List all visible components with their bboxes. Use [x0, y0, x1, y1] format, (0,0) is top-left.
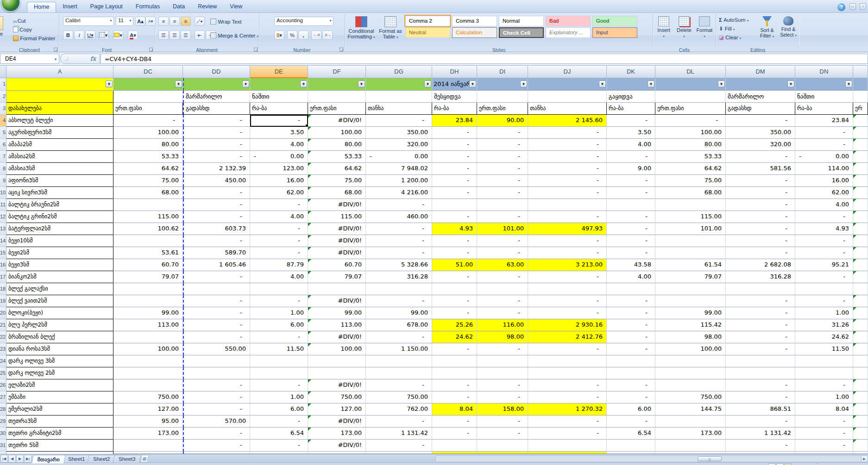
cell-de-31[interactable]: - [250, 440, 308, 452]
cell-dh-21[interactable]: 25.26 [432, 319, 477, 331]
cell-partial-18[interactable] [853, 283, 868, 295]
cell-dg-30[interactable]: 1 131.42 [366, 428, 432, 440]
sheet-tab-Sheet2[interactable]: Sheet2 [87, 455, 116, 463]
cell-dn-5[interactable]: - [795, 127, 853, 139]
cell-dk-9[interactable]: - [607, 175, 655, 187]
group-cell-dg[interactable] [366, 91, 432, 103]
row-label-22[interactable]: ბრაზილიან ბლექ [6, 331, 113, 343]
cell-df-12[interactable]: 115.00 [308, 211, 366, 223]
underline-button[interactable]: U▾ [85, 31, 95, 40]
cell-dm-10[interactable]: - [726, 187, 795, 199]
cell-dk-29[interactable]: - [607, 415, 655, 428]
caption-cell-dk[interactable]: რა-ბა [607, 103, 655, 115]
prev-sheet-button[interactable]: ◀ [8, 455, 16, 463]
cell-dg-6[interactable]: 320.00 [366, 139, 432, 151]
cell-de-18[interactable] [250, 283, 308, 295]
cell-de-5[interactable]: 3.50 [250, 127, 308, 139]
row-header-14[interactable]: 14 [0, 235, 6, 247]
sheet-tab-Sheet1[interactable]: Sheet1 [62, 455, 91, 463]
cell-dn-21[interactable]: 31.26 [795, 319, 853, 331]
cell-de-23[interactable]: 11.50 [250, 343, 308, 355]
cell-df-27[interactable]: 750.00 [308, 391, 366, 403]
ribbon-tab-page-layout[interactable]: Page Layout [84, 2, 129, 12]
cell-dl-19[interactable] [655, 295, 726, 307]
cell-dm-5[interactable]: 350.00 [726, 127, 795, 139]
cell-dd-9[interactable]: 450.00 [183, 175, 250, 187]
row-header-25[interactable]: 25 [0, 367, 6, 379]
row-header-1[interactable]: 1 [0, 78, 6, 91]
cell-dg-8[interactable]: 7 948.02 [366, 163, 432, 175]
filter-button-dn[interactable]: ▼ [845, 81, 852, 87]
cell-dl-13[interactable]: 101.00 [655, 223, 726, 235]
cell-dg-13[interactable]: - [366, 223, 432, 235]
cell-de-20[interactable]: 1.00 [250, 307, 308, 319]
cell-de-4[interactable]: - [250, 115, 308, 127]
filter-cell-de[interactable]: ▼ [250, 78, 308, 91]
cell-de-13[interactable]: - [250, 223, 308, 235]
row-label-19[interactable]: ბლექ ვაით2სმ [6, 295, 113, 307]
cut-button[interactable]: Cut [13, 17, 26, 25]
cell-df-20[interactable]: 99.00 [308, 307, 366, 319]
style-comma-3[interactable]: Comma 3 [452, 16, 497, 26]
cell-dk-26[interactable]: - [607, 379, 655, 391]
cell-dk-11[interactable] [607, 199, 655, 211]
cell-de-30[interactable]: 6.54 [250, 428, 308, 440]
row-header-22[interactable]: 22 [0, 331, 6, 343]
formula-input[interactable]: =CV4+CY4-DB4 [101, 54, 868, 64]
cell-partial-29[interactable] [853, 415, 868, 428]
cell-dj-11[interactable] [528, 199, 607, 211]
cell-dl-27[interactable]: 750.00 [655, 391, 726, 403]
cell-di-17[interactable]: - [477, 271, 528, 283]
cell-di-28[interactable]: 158.00 [477, 403, 528, 415]
cell-dl-4[interactable]: - [655, 115, 726, 127]
fill-color-button[interactable]: ▾ [113, 31, 123, 40]
font-dialog-launcher[interactable] [149, 48, 153, 52]
filter-button-a[interactable]: ▼ [106, 81, 113, 87]
first-sheet-button[interactable]: |◀ [0, 455, 8, 463]
cell-dh-7[interactable]: - [432, 151, 477, 163]
cell-partial-21[interactable] [853, 319, 868, 331]
cell-dn-7[interactable]: -0.00 [795, 151, 853, 163]
column-header-DF[interactable]: DF [308, 66, 366, 78]
cell-df-26[interactable]: #DIV/0! [308, 379, 366, 391]
cell-dg-20[interactable]: 99.00 [366, 307, 432, 319]
filter-cell-dj[interactable]: ▼ [528, 78, 607, 91]
decrease-indent-button[interactable]: ⇤ [195, 31, 205, 40]
cell-dj-24[interactable] [528, 355, 607, 367]
cell-dh-11[interactable] [432, 199, 477, 211]
cell-dm-9[interactable]: - [726, 175, 795, 187]
caption-cell-dh[interactable]: რა-ბა [432, 103, 477, 115]
cell-df-17[interactable]: 79.07 [308, 271, 366, 283]
cell-dj-14[interactable]: - [528, 235, 607, 247]
cell-df-25[interactable] [308, 367, 366, 379]
cell-dg-18[interactable] [366, 283, 432, 295]
column-header-DJ[interactable]: DJ [528, 66, 607, 78]
cell-dn-18[interactable] [795, 283, 853, 295]
comma-button[interactable]: , [298, 31, 308, 40]
cell-dj-22[interactable]: 2 412.76 [528, 331, 607, 343]
cell-di-21[interactable]: 116.00 [477, 319, 528, 331]
style-comma-2[interactable]: Comma 2 [405, 16, 450, 26]
cell-dl-23[interactable]: 100.00 [655, 343, 726, 355]
cell-dn-19[interactable]: - [795, 295, 853, 307]
cell-di-10[interactable]: - [477, 187, 528, 199]
cell-dj-4[interactable]: 2 145.60 [528, 115, 607, 127]
filter-button-dh[interactable]: ▼ [469, 81, 476, 87]
cell-dc-4[interactable]: - [113, 115, 183, 127]
cell-dd-29[interactable]: 570.00 [183, 415, 250, 428]
ribbon-tab-review[interactable]: Review [191, 2, 223, 12]
cell-partial-28[interactable] [853, 403, 868, 415]
ribbon-tab-insert[interactable]: Insert [56, 2, 83, 12]
cell-dd-11[interactable]: - [183, 199, 250, 211]
font-family-combo[interactable]: Calibri▼ [63, 17, 114, 26]
cell-di-16[interactable]: 63.00 [477, 259, 528, 271]
cell-dl-30[interactable]: 173.00 [655, 428, 726, 440]
cell-dn-17[interactable]: - [795, 271, 853, 283]
italic-button[interactable]: I [74, 31, 84, 40]
cell-dd-30[interactable]: - [183, 428, 250, 440]
cell-partial-14[interactable] [853, 235, 868, 247]
filter-cell-dk[interactable]: ▼ [607, 78, 655, 91]
next-sheet-button[interactable]: ▶ [16, 455, 24, 463]
cell-dd-20[interactable]: - [183, 307, 250, 319]
cell-dj-23[interactable]: - [528, 343, 607, 355]
